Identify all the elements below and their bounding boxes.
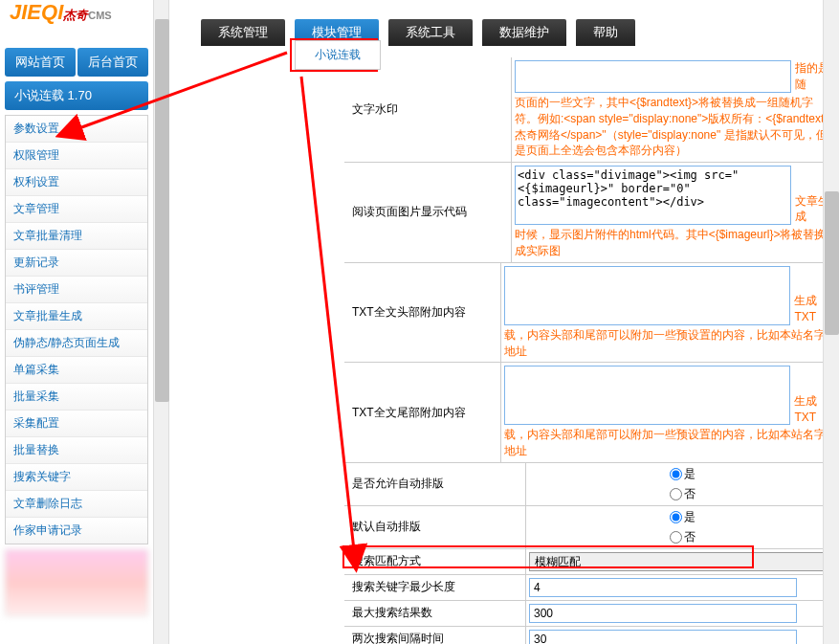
defaultauto-yes[interactable] <box>670 511 682 523</box>
dropdown-novel[interactable]: 小说连载 <box>295 40 381 70</box>
autoformat-yes[interactable] <box>670 468 682 480</box>
label-imgcode: 阅读页面图片显示代码 <box>344 163 512 262</box>
menu-review[interactable]: 书评管理 <box>6 277 147 303</box>
menu-batch-col[interactable]: 批量采集 <box>6 384 147 411</box>
menu-author-apply[interactable]: 作家申请记录 <box>6 518 147 544</box>
menu-replace[interactable]: 批量替换 <box>6 437 147 464</box>
menu-params[interactable]: 参数设置 <box>6 116 147 143</box>
txthead-input[interactable] <box>504 266 790 325</box>
sidebar-image <box>5 549 148 616</box>
menu-batch-clean[interactable]: 文章批量清理 <box>6 223 147 250</box>
menu-update[interactable]: 更新记录 <box>6 250 147 277</box>
menu-collect-cfg[interactable]: 采集配置 <box>6 411 147 437</box>
menu-article[interactable]: 文章管理 <box>6 196 147 223</box>
label-autoformat: 是否允许自动排版 <box>344 463 526 505</box>
searchmode-select[interactable]: 模糊匹配 <box>529 552 836 571</box>
label-interval: 两次搜索间隔时间 <box>344 627 526 644</box>
label-txthead: TXT全文头部附加内容 <box>344 263 501 363</box>
hint-txttail2: 载，内容头部和尾部可以附加一些预设置的内容，比如本站名字地址 <box>504 427 836 459</box>
imgcode-input[interactable]: <div class="divimage"><img src="<{$image… <box>515 166 791 225</box>
hint-txthead2: 载，内容头部和尾部可以附加一些预设置的内容，比如本站名字地址 <box>504 327 836 360</box>
sidebar: 网站首页 后台首页 小说连载 1.70 参数设置 权限管理 权利设置 文章管理 … <box>5 48 148 616</box>
menu-dellog[interactable]: 文章删除日志 <box>6 491 147 518</box>
nav-system[interactable]: 系统管理 <box>201 19 285 46</box>
label-watermark: 文字水印 <box>344 57 512 162</box>
sidebar-title: 小说连载 1.70 <box>5 81 148 110</box>
menu-single[interactable]: 单篇采集 <box>6 357 147 384</box>
hint-imgcode2: 时候，显示图片附件的html代码。其中<{$imageurl}>将被替换成实际图 <box>515 227 836 259</box>
logo: JIEQI杰奇CMS <box>10 0 153 29</box>
scrollbar[interactable] <box>823 0 839 644</box>
menu-rights[interactable]: 权利设置 <box>6 169 147 196</box>
top-nav: 系统管理 模块管理 系统工具 数据维护 帮助 <box>201 19 635 46</box>
hint-watermark2: 页面的一些文字，其中<{$randtext}>将被替换成一组随机字符。例如:<s… <box>515 95 836 159</box>
maxresult-input[interactable] <box>529 604 797 623</box>
sidebar-menu: 参数设置 权限管理 权利设置 文章管理 文章批量清理 更新记录 书评管理 文章批… <box>5 115 148 544</box>
menu-keyword[interactable]: 搜索关键字 <box>6 464 147 491</box>
watermark-input[interactable] <box>515 60 791 93</box>
nav-tools[interactable]: 系统工具 <box>388 19 473 46</box>
label-maxresult: 最大搜索结果数 <box>344 601 526 626</box>
txttail-input[interactable] <box>504 366 790 425</box>
label-minlen: 搜索关键字最少长度 <box>344 575 526 600</box>
minlen-input[interactable] <box>529 578 797 597</box>
nav-data[interactable]: 数据维护 <box>482 19 566 46</box>
content-area: 文字水印 指的是随 页面的一些文字，其中<{$randtext}>将被替换成一组… <box>163 57 839 644</box>
menu-static[interactable]: 伪静态/静态页面生成 <box>6 330 147 357</box>
interval-input[interactable] <box>529 630 797 644</box>
label-txttail: TXT全文尾部附加内容 <box>344 363 501 462</box>
nav-help[interactable]: 帮助 <box>576 19 635 46</box>
admin-home-link[interactable]: 后台首页 <box>77 48 148 77</box>
home-link[interactable]: 网站首页 <box>5 48 76 77</box>
label-defaultauto: 默认自动排版 <box>344 506 526 548</box>
menu-perm[interactable]: 权限管理 <box>6 143 147 169</box>
autoformat-no[interactable] <box>670 488 682 500</box>
defaultauto-no[interactable] <box>670 531 682 544</box>
menu-batch-gen[interactable]: 文章批量生成 <box>6 303 147 330</box>
label-searchmode: 搜索匹配方式 <box>344 549 526 574</box>
